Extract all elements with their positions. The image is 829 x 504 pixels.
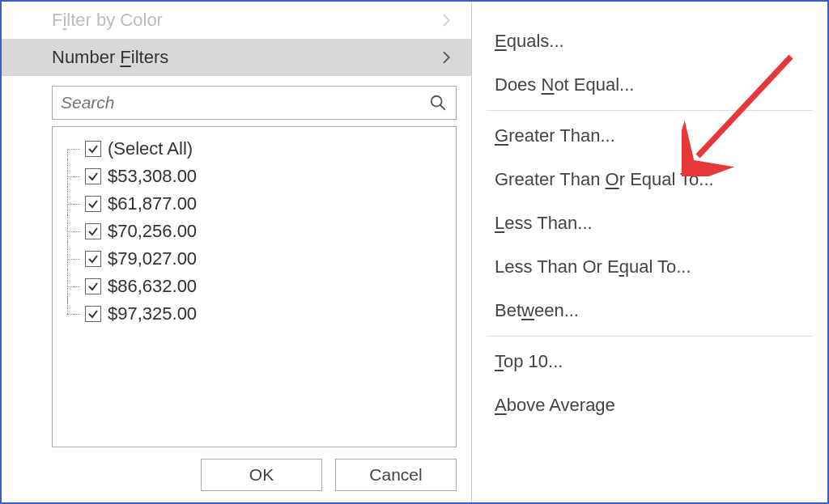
tree-label: $61,877.00 — [108, 193, 197, 214]
search-icon — [428, 93, 448, 112]
cancel-button[interactable]: Cancel — [335, 459, 457, 491]
submenu-greater-than-or-equal[interactable]: Greater Than Or Equal To... — [472, 158, 827, 201]
dialog-buttons: OK Cancel — [2, 447, 471, 502]
tree-item[interactable]: $53,308.00 — [62, 163, 446, 190]
ok-button[interactable]: OK — [201, 459, 322, 491]
menu-filter-by-color-label: Filter by Color — [52, 10, 163, 31]
number-filters-submenu: Equals... Does Not Equal... Greater Than… — [471, 2, 827, 502]
tree-item[interactable]: $61,877.00 — [62, 190, 446, 218]
tree-connector — [62, 276, 85, 297]
checkbox[interactable] — [85, 196, 101, 212]
checkbox-select-all[interactable] — [85, 141, 101, 157]
checkbox[interactable] — [85, 223, 101, 239]
tree-connector — [62, 138, 85, 159]
submenu-above-average[interactable]: Above Average — [472, 383, 827, 427]
filter-values-tree: (Select All) $53,308.00 $61,877.00 — [52, 126, 457, 447]
tree-item[interactable]: $86,632.00 — [62, 273, 446, 300]
checkbox[interactable] — [85, 278, 101, 294]
checkbox[interactable] — [85, 306, 101, 322]
tree-item-select-all[interactable]: (Select All) — [62, 135, 446, 163]
tree-label: $97,325.00 — [108, 303, 197, 324]
search-box[interactable] — [52, 86, 457, 120]
divider — [487, 110, 813, 111]
submenu-less-than[interactable]: Less Than... — [472, 201, 827, 245]
chevron-right-icon — [439, 12, 455, 28]
tree-label: (Select All) — [108, 138, 193, 159]
tree-item[interactable]: $79,027.00 — [62, 245, 446, 273]
tree-label: $86,632.00 — [108, 276, 197, 297]
submenu-between[interactable]: Between... — [472, 289, 827, 332]
checkbox[interactable] — [85, 168, 101, 184]
checkbox[interactable] — [85, 251, 101, 267]
cancel-button-label: Cancel — [369, 465, 422, 485]
svg-line-1 — [440, 105, 445, 110]
submenu-does-not-equal[interactable]: Does Not Equal... — [472, 63, 827, 107]
submenu-less-than-or-equal[interactable]: Less Than Or Equal To... — [472, 245, 827, 289]
tree-label: $79,027.00 — [108, 248, 197, 269]
submenu-top-10[interactable]: Top 10... — [472, 340, 827, 383]
tree-connector — [62, 248, 85, 269]
tree-connector — [62, 166, 85, 187]
filter-panel: Filter by Color Number Filters — [2, 2, 471, 502]
divider — [487, 336, 813, 337]
tree-item[interactable]: $70,256.00 — [62, 218, 446, 245]
submenu-equals[interactable]: Equals... — [472, 19, 827, 63]
tree-label: $70,256.00 — [108, 221, 197, 242]
tree-connector — [62, 221, 85, 242]
menu-number-filters[interactable]: Number Filters — [2, 39, 471, 76]
search-input[interactable] — [61, 93, 428, 112]
menu-number-filters-label: Number Filters — [52, 47, 168, 68]
tree-item[interactable]: $97,325.00 — [62, 300, 446, 328]
ok-button-label: OK — [249, 465, 274, 485]
submenu-greater-than[interactable]: Greater Than... — [472, 114, 827, 158]
menu-filter-by-color: Filter by Color — [2, 2, 471, 39]
tree-label: $53,308.00 — [108, 166, 197, 187]
chevron-right-icon — [439, 49, 455, 66]
tree-connector — [62, 303, 85, 324]
tree-connector — [62, 193, 85, 214]
